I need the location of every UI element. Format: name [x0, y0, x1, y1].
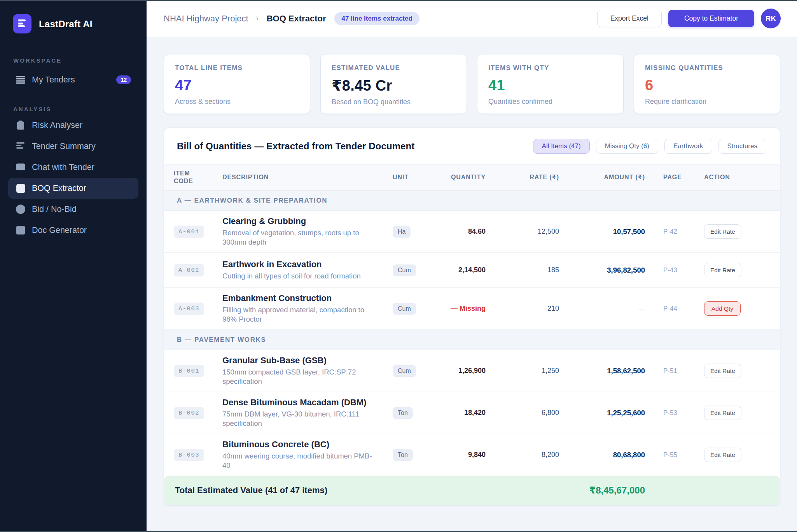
- column-header-amount: AMOUNT (₹): [559, 173, 645, 181]
- boq-row-b-001: B-001Granular Sub-Base (GSB)150mm compac…: [164, 350, 780, 392]
- sidebar-item-doc-generator[interactable]: Doc Generator: [8, 220, 138, 241]
- page-ref: P-51: [645, 367, 696, 375]
- stat-card-missing-quantities: MISSING QUANTITIES6Require clarification: [634, 54, 780, 114]
- unit-pill: Ton: [393, 407, 413, 419]
- amount-value: 3,96,82,500: [559, 266, 645, 275]
- item-code-pill: A-003: [174, 303, 204, 315]
- unit-pill: Cum: [393, 365, 416, 377]
- menu-icon: [16, 75, 25, 84]
- chat-icon: [16, 163, 25, 172]
- quantity-value: 2,14,500: [446, 266, 486, 274]
- topbar: NHAI Highway Project › BOQ Extractor 47 …: [147, 0, 797, 37]
- edit-rate-button[interactable]: Edit Rate: [704, 263, 741, 277]
- sidebar-item-label: Risk Analyser: [32, 121, 82, 130]
- stat-value: 6: [645, 77, 769, 94]
- clipboard-icon: [16, 121, 25, 130]
- boq-row-a-001: A-001Clearing & GrubbingRemoval of veget…: [164, 211, 780, 253]
- export-excel-button[interactable]: Export Excel: [597, 10, 662, 27]
- sidebar-item-bid-no-bid[interactable]: Bid / No-Bid: [8, 199, 138, 220]
- amount-value: 10,57,500: [559, 228, 645, 236]
- item-title: Granular Sub-Base (GSB): [222, 355, 390, 366]
- quantity-value: 1,26,900: [446, 367, 486, 375]
- rate-value: 185: [486, 266, 559, 274]
- panel-head: Bill of Quantities — Extracted from Tend…: [164, 128, 780, 164]
- stat-value: 41: [488, 77, 612, 94]
- panel-title: Bill of Quantities — Extracted from Tend…: [177, 141, 414, 152]
- avatar[interactable]: RK: [761, 9, 781, 28]
- stat-sub: Quantities confirmed: [488, 98, 612, 106]
- sidebar-item-risk-analyser[interactable]: Risk Analyser: [8, 115, 138, 136]
- edit-rate-button[interactable]: Edit Rate: [704, 448, 741, 462]
- unit-pill: Ton: [393, 449, 413, 461]
- sidebar-item-label: Bid / No-Bid: [32, 205, 77, 214]
- item-description: 40mm weering course, modified bitumen PM…: [222, 452, 375, 470]
- extracted-count-badge: 47 line Items extracted: [334, 12, 419, 25]
- sidebar-item-my-tenders[interactable]: My Tenders12: [8, 69, 138, 90]
- quantity-value: 84.60: [446, 228, 486, 236]
- stat-sub: Require clarification: [645, 98, 769, 106]
- filter-structures[interactable]: Structures: [718, 139, 766, 154]
- sidebar-item-label: Tender Summary: [32, 142, 96, 151]
- edit-rate-button[interactable]: Edit Rate: [704, 224, 741, 239]
- stat-card-items-with-qty: ITEMS WITH QTY41Quantities confirmed: [477, 54, 624, 114]
- sidebar-nav: WORKSPACEMy Tenders12ANALYSISRisk Analys…: [0, 57, 146, 241]
- total-label: Total Estimated Value (41 of 47 items): [164, 485, 390, 495]
- breadcrumb-separator-icon: ›: [256, 14, 259, 23]
- amount-dash: —: [559, 304, 645, 313]
- rate-value: 6,800: [486, 409, 559, 417]
- table-body: A — EARTHWORK & SITE PREPARATIONA-001Cle…: [164, 191, 780, 476]
- stat-label: TOTAL LINE ITEMS: [175, 64, 299, 72]
- quantity-value: 18,420: [446, 409, 486, 417]
- copy-to-estimator-button[interactable]: Copy to Estimator: [668, 10, 754, 27]
- sidebar-item-label: Doc Generator: [32, 226, 87, 235]
- column-header-quantity: QUANTITY: [446, 173, 486, 181]
- content: TOTAL LINE ITEMS47Across & sectionsESTIM…: [147, 37, 797, 506]
- rate-value: 1,250: [486, 367, 559, 375]
- filter-earthwork[interactable]: Earthwork: [664, 139, 712, 154]
- column-header-unit: UNIT: [390, 173, 446, 181]
- edit-rate-button[interactable]: Edit Rate: [704, 406, 741, 420]
- section-label: A — EARTHWORK & SITE PREPARATION: [177, 197, 327, 205]
- sidebar-item-tender-summary[interactable]: Tender Summary: [8, 136, 138, 157]
- add-qty-button[interactable]: Add Qty: [704, 301, 741, 316]
- item-title: Embankment Construction: [222, 293, 390, 303]
- stat-sub: Besed on BOQ quantities: [332, 98, 456, 106]
- filter-missing-qty-6[interactable]: Missing Qty (6): [596, 139, 658, 154]
- page-ref: P-42: [645, 228, 696, 236]
- filter-all-items-47[interactable]: All Items (47): [533, 139, 590, 154]
- unit-pill: Cum: [393, 264, 416, 276]
- filters: All Items (47)Missing Qty (6)EarthworkSt…: [533, 139, 766, 154]
- stat-card-estimated-value: ESTIMATED VALUE₹8.45 CrBesed on BOQ quan…: [320, 54, 467, 114]
- stat-value: 47: [175, 77, 299, 94]
- column-header-item-code: ITEMCODE: [164, 170, 222, 185]
- stat-cards: TOTAL LINE ITEMS47Across & sectionsESTIM…: [164, 54, 780, 114]
- stat-card-total-line-items: TOTAL LINE ITEMS47Across & sections: [164, 54, 310, 114]
- quantity-value: 9,840: [446, 451, 486, 459]
- quantity-missing: — Missing: [446, 304, 486, 313]
- item-code-pill: A-001: [174, 226, 204, 238]
- page-ref: P-43: [645, 266, 696, 274]
- sidebar-item-label: My Tenders: [32, 75, 75, 85]
- circle-icon: [16, 205, 25, 214]
- app-logo-icon: [13, 14, 31, 33]
- edit-rate-button[interactable]: Edit Rate: [704, 364, 741, 378]
- stat-label: ITEMS WITH QTY: [488, 64, 612, 72]
- sidebar-item-chat-with-tender[interactable]: Chat with Tender: [8, 157, 138, 178]
- window-top-edge: [0, 0, 797, 1]
- column-header-description: DESCRIPTION: [222, 173, 390, 181]
- sidebar-item-boq-extractor[interactable]: BOQ Extractor: [8, 178, 138, 199]
- amount-value: 1,25,25,600: [559, 409, 645, 417]
- section-header-row: B — PAVEMENT WORKS: [164, 330, 780, 350]
- boq-row-b-002: B-002Dense Bituminous Macadam (DBM)75mm …: [164, 392, 780, 434]
- rate-value: 210: [486, 304, 559, 313]
- item-code-pill: B-002: [174, 407, 204, 419]
- app: LastDraft AI WORKSPACEMy Tenders12ANALYS…: [0, 0, 797, 532]
- boq-row-b-003: B-003Bituminous Concrete (BC)40mm weerin…: [164, 434, 780, 476]
- item-description: 75mm DBM layer, VG-30 bitumen, IRC:111 s…: [222, 410, 375, 428]
- boq-row-a-002: A-002Earthwork in ExcavationCutting in a…: [164, 253, 780, 288]
- tender-count-badge: 12: [116, 75, 131, 84]
- boq-row-a-003: A-003Embankment ConstructionFilling with…: [164, 288, 780, 330]
- breadcrumb-project[interactable]: NHAI Highway Project: [164, 14, 248, 24]
- item-title: Clearing & Grubbing: [222, 216, 390, 226]
- stat-label: MISSING QUANTITIES: [645, 64, 769, 72]
